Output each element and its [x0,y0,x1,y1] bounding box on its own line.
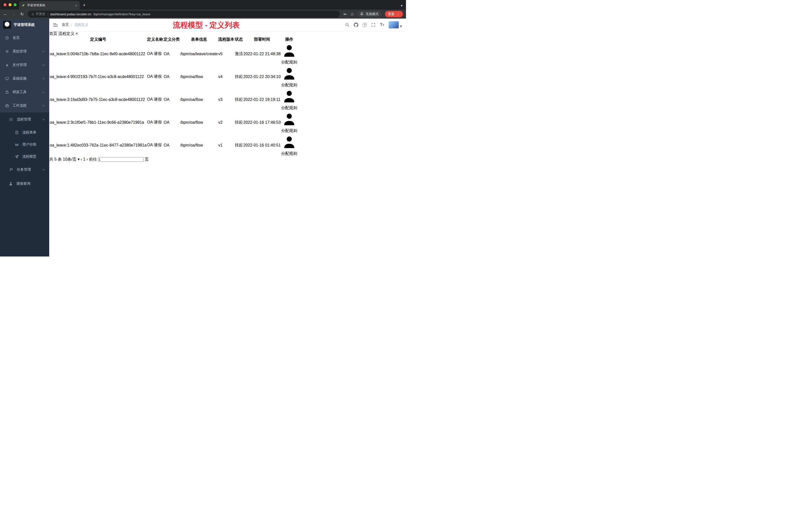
chevron-down-icon [42,77,45,79]
sidebar-item-process-model[interactable]: 流程模型 [0,151,49,163]
url-path: /bpm/manager/definition?key=oa_leave [93,12,150,16]
deploy-time: 2022-01-22 20:34:10 [243,65,281,88]
window-minimize-button[interactable] [8,3,11,6]
password-key-icon[interactable] [343,12,347,16]
user-avatar[interactable]: ▾ [388,21,402,29]
font-size-icon[interactable]: TT [380,23,384,27]
pagination: 共 5 条 10条/页 ▾ ‹ 1 › 前往 页 [49,157,406,162]
definition-id: oa_leave:2:3c1f0ef1-76b1-11ec-9c66-a2380… [50,111,147,133]
back-button[interactable]: ← [3,12,8,16]
address-bar[interactable]: ⚠ 不安全 | dashboard.yudao.iocoder.cn/bpm/m… [28,11,340,18]
sidebar-item-devtools[interactable]: 研发工具 [0,85,49,99]
definition-name-link[interactable]: OA 请假 [147,97,162,101]
chevron-down-icon: ▾ [78,157,80,161]
page-size-select[interactable]: 10条/页 ▾ [63,157,81,161]
definition-id: oa_leave:1:482ec033-762a-11ec-8477-a2380… [50,134,147,156]
breadcrumb-separator: / [71,23,72,27]
chevron-down-icon [42,168,45,171]
sidebar-item-label: 流程管理 [17,117,31,122]
security-chip[interactable]: ⚠ 不安全 [31,12,46,16]
person-icon [281,134,297,150]
browser-tab[interactable]: 芋道管理系统 × [19,1,80,9]
github-icon[interactable] [354,23,358,27]
sidebar-item-process-form[interactable]: 流程表单 [0,126,49,139]
bookmark-star-icon[interactable]: ☆ [350,12,354,17]
deploy-time: 2022-01-22 19:19:11 [243,88,281,111]
window-zoom-button[interactable] [13,3,17,6]
person-icon [281,88,297,104]
status-badge: 激活 [235,52,243,56]
col-actions: 操作 [281,37,297,42]
form-link[interactable]: /bpm/oa/flow [180,74,203,79]
window-close-button[interactable] [3,3,6,6]
tag-close-icon[interactable]: × [76,31,78,36]
reload-button[interactable]: ↻ [20,12,25,17]
security-label: 不安全 [36,12,46,16]
table-row: oa_leave:1:482ec033-762a-11ec-8477-a2380… [50,134,297,156]
app-navbar: 首页 / 流程定义 流程模型 - 定义列表 ? TT ▾ [49,19,406,31]
version-tag: v4 [218,74,223,79]
search-icon[interactable] [345,23,349,27]
definition-name-link[interactable]: OA 请假 [147,74,162,79]
tag-home[interactable]: 首页 [49,31,58,36]
assign-rule-link[interactable]: 分配规则 [281,124,297,133]
logo-image [3,21,11,29]
sidebar-item-payment[interactable]: ¥ 支付管理 [0,58,49,72]
sidebar-logo[interactable]: 芋道管理系统 [0,19,49,31]
table-row: oa_leave:4:991f2193-7b7f-11ec-a3c8-acde4… [50,65,297,88]
form-link[interactable]: /bpm/oa/flow [180,97,203,102]
sidebar-item-workflow[interactable]: 工作流程 [0,99,49,113]
forward-button[interactable]: → [11,12,16,16]
avatar-image [388,21,399,29]
person-icon [281,65,297,82]
assign-rule-link[interactable]: 分配规则 [281,78,297,87]
form-link[interactable]: /bpm/oa/leave/create [180,52,218,56]
definition-name-link[interactable]: OA 请假 [147,52,162,56]
sidebar-item-label: 研发工具 [12,90,27,94]
screenshot-annotation: 流程模型 - 定义列表 [49,20,363,30]
definition-name-link[interactable]: OA 请假 [147,120,162,124]
goto-label: 前往 [89,157,97,161]
sidebar-item-user-group[interactable]: 用户分组 [0,139,49,151]
browser-menu-icon[interactable]: ⋮ [397,12,400,16]
definition-name-link[interactable]: OA 请假 [147,143,162,147]
sidebar-item-task-management[interactable]: 任务管理 [0,163,49,177]
current-page-button[interactable]: 1 [83,157,85,161]
sidebar-item-leave-query[interactable]: 请假查询 [0,177,49,191]
sidebar-item-process-management[interactable]: 流程管理 [0,113,49,126]
version-tag: v3 [218,97,223,102]
document-icon [14,130,19,134]
sidebar-toggle-icon[interactable] [53,23,58,27]
gear-icon [5,50,9,54]
page-content: 定义编号 定义名称 定义分类 表单信息 流程版本 状态 部署时间 操作 oa_l… [49,36,406,162]
help-icon[interactable]: ? [362,23,367,27]
deploy-time: 2022-01-22 21:48:38 [243,43,281,65]
sidebar-item-infra[interactable]: 基础设施 [0,72,49,85]
breadcrumb-home-link[interactable]: 首页 [62,23,69,27]
sidebar-item-system[interactable]: 系统管理 [0,45,49,58]
incognito-icon [360,12,364,16]
browser-tabstrip: 芋道管理系统 × + ▾ [0,0,406,9]
assign-rule-link[interactable]: 分配规则 [281,101,297,110]
table-header-row: 定义编号 定义名称 定义分类 表单信息 流程版本 状态 部署时间 操作 [50,37,297,42]
definition-id: oa_leave:3:1fad3d93-7b75-11ec-a3c8-acde4… [50,88,147,111]
definition-category: OA [164,134,180,156]
update-browser-button[interactable]: 更新 ⋮ [385,11,403,17]
assign-rule-link[interactable]: 分配规则 [281,147,297,156]
tag-process-definition[interactable]: 流程定义 × [58,31,78,36]
assign-rule-link[interactable]: 分配规则 [281,55,297,64]
form-link[interactable]: /bpm/oa/flow [180,143,203,147]
next-page-button[interactable]: › [87,157,88,161]
version-tag: v2 [218,120,223,124]
list-icon [9,117,13,121]
tags-view-bar: 首页 流程定义 × [49,31,406,36]
tab-close-icon[interactable]: × [75,3,77,7]
fullscreen-icon[interactable] [371,23,376,27]
sidebar-item-home[interactable]: 首页 [0,31,49,45]
user-group-icon [14,143,19,147]
goto-page-input[interactable] [98,157,144,162]
prev-page-button[interactable]: ‹ [81,157,82,161]
form-link[interactable]: /bpm/oa/flow [180,120,203,124]
new-tab-button[interactable]: + [83,2,86,8]
tab-search-button[interactable]: ▾ [401,4,403,7]
